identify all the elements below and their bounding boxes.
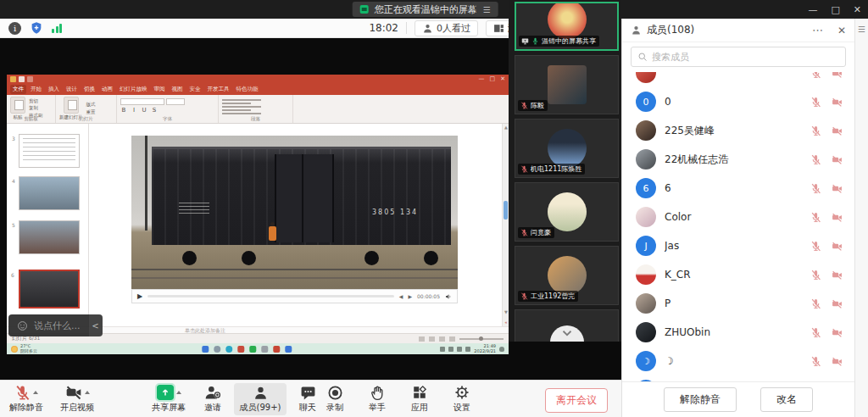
chat-collapse-button[interactable]: < [89, 314, 103, 336]
slide-thumbnail-4[interactable]: 4 [19, 176, 80, 210]
member-row[interactable]: 0 0 [622, 87, 854, 116]
paste-button[interactable] [10, 97, 25, 114]
slide-thumbnail-6-selected[interactable]: 6 [19, 270, 80, 309]
tab-design[interactable]: 设计 [64, 85, 80, 94]
toolbar-start-video[interactable]: 开启视频 [53, 383, 102, 415]
wps-redo-icon[interactable] [27, 76, 33, 82]
video-tile[interactable]: 工业1192曾完 [515, 246, 619, 305]
video-tile[interactable]: 闫竟豪 [515, 182, 619, 242]
scroll-more-button[interactable] [550, 325, 584, 342]
close-panel-icon[interactable]: ✕ [837, 25, 846, 36]
rename-button[interactable]: 改名 [760, 387, 813, 412]
tab-security[interactable]: 安全 [187, 85, 203, 94]
member-row[interactable]: ☽ ☽ [622, 347, 854, 375]
taskbar-search-icon[interactable] [214, 346, 220, 353]
view-normal-icon[interactable] [419, 336, 425, 342]
maximize-button[interactable]: □ [831, 4, 839, 15]
network-signal-icon[interactable] [52, 23, 62, 33]
alignment-buttons[interactable] [222, 97, 289, 114]
member-row[interactable]: K_CR [622, 260, 854, 289]
toolbar-record[interactable]: 录制 [315, 383, 354, 415]
wechat-icon[interactable] [249, 346, 256, 353]
slide-thumbnail-5[interactable]: 5 [19, 220, 80, 254]
dock-menu-icon[interactable]: ☰ [858, 25, 865, 34]
new-slide-button[interactable] [64, 97, 79, 114]
tab-slideshow[interactable]: 幻灯片放映 [117, 85, 150, 94]
meeting-info-icon[interactable]: i [8, 22, 21, 35]
more-options-icon[interactable]: ⋯ [812, 24, 824, 36]
scrollbar-thumb[interactable] [504, 201, 508, 220]
play-button[interactable]: ▶ [137, 292, 142, 300]
taskbar-weather[interactable]: 27°C 阴转多云 [11, 344, 37, 353]
chevron-up-icon[interactable] [85, 391, 90, 394]
copy-button[interactable]: 复制 [29, 105, 43, 111]
media-progress-track[interactable] [147, 295, 394, 297]
edge-icon[interactable] [225, 346, 232, 353]
video-tile-sharer[interactable]: 温锦中的屏幕共享 [515, 2, 619, 51]
video-tile-more[interactable] [515, 309, 619, 342]
tab-file[interactable]: 文件 [10, 85, 26, 94]
viewers-button[interactable]: 0人看过 [415, 20, 478, 36]
toolbar-settings[interactable]: 设置 [442, 383, 481, 415]
slide-thumbnail-3[interactable]: 3 [19, 134, 80, 168]
close-button[interactable]: ✕ [854, 4, 861, 15]
leave-meeting-button[interactable]: 离开会议 [545, 388, 608, 413]
member-row[interactable]: P [622, 289, 854, 318]
chat-input[interactable]: 说点什么... [8, 314, 89, 336]
slide-scrollbar[interactable]: ▲ ▼ « [502, 124, 509, 326]
security-shield-icon[interactable] [30, 21, 43, 35]
tab-review[interactable]: 审阅 [152, 85, 168, 94]
reset-button[interactable]: 重置 [86, 109, 96, 115]
wps-save-icon[interactable] [10, 76, 16, 82]
member-row[interactable]: ZHUObin [622, 318, 854, 347]
toolbar-unmute[interactable]: 解除静音 [2, 383, 51, 415]
chevron-up-icon[interactable] [33, 391, 38, 394]
toolbar-members[interactable]: 成员(99+) [234, 383, 287, 415]
volume-icon[interactable] [445, 293, 452, 300]
tab-transition[interactable]: 切换 [81, 85, 97, 94]
tray-chevron-icon[interactable] [440, 347, 445, 352]
windows-start-icon[interactable] [202, 346, 209, 353]
app-gray-icon[interactable] [261, 346, 268, 353]
view-sorter-icon[interactable] [429, 336, 435, 342]
tray-network-icon[interactable] [465, 347, 470, 352]
member-row[interactable] [622, 375, 854, 381]
toolbar-share-screen[interactable]: 共享屏幕 [144, 383, 193, 415]
video-tile[interactable]: 陈毅 [515, 55, 619, 114]
video-tile[interactable]: 机电1211陈焕胜 [515, 119, 619, 178]
tab-devtools[interactable]: 开发工具 [205, 85, 232, 94]
notification-bell-icon[interactable] [499, 347, 504, 352]
font-size-select[interactable] [166, 98, 185, 105]
screen-watch-banner[interactable]: 您正在观看温锦中的屏幕 ☰ [353, 2, 498, 17]
wps-window-controls[interactable]: —□✕ [479, 76, 506, 82]
zoom-slider[interactable] [459, 338, 504, 340]
app-red-icon[interactable] [237, 346, 244, 353]
member-row[interactable] [622, 72, 854, 87]
tab-home[interactable]: 开始 [28, 85, 44, 94]
tab-features[interactable]: 特色功能 [234, 85, 261, 94]
member-row[interactable]: 6 6 [622, 174, 854, 203]
layout-button[interactable]: 版式 [86, 102, 96, 108]
toolbar-raise-hand[interactable]: 举手 [358, 383, 397, 415]
banner-menu-icon[interactable]: ☰ [483, 5, 491, 14]
taskbar-clock[interactable]: 21:49 2022/9/21 [474, 344, 496, 354]
view-reading-icon[interactable] [439, 336, 445, 342]
tray-volume-icon[interactable] [457, 347, 462, 352]
toolbar-invite[interactable]: 邀请 [193, 383, 232, 415]
member-search-box[interactable] [631, 47, 846, 67]
tab-view[interactable]: 视图 [170, 85, 186, 94]
strike-button[interactable]: S [151, 107, 158, 114]
bold-button[interactable]: B [120, 107, 127, 114]
tab-insert[interactable]: 插入 [46, 85, 62, 94]
search-input[interactable] [652, 52, 839, 63]
member-row[interactable]: 22机械任志浩 [622, 145, 854, 174]
view-slideshow-icon[interactable] [449, 336, 455, 342]
cut-button[interactable]: 剪切 [29, 98, 43, 104]
smiley-icon[interactable] [17, 320, 28, 331]
toolbar-apps[interactable]: 应用 [400, 383, 439, 415]
italic-button[interactable]: I [131, 107, 137, 114]
chevron-up-icon[interactable] [176, 391, 181, 394]
prev-frame-button[interactable]: ◀ [399, 293, 403, 299]
powerpoint-icon[interactable] [273, 346, 280, 353]
tray-input-icon[interactable] [448, 347, 453, 352]
